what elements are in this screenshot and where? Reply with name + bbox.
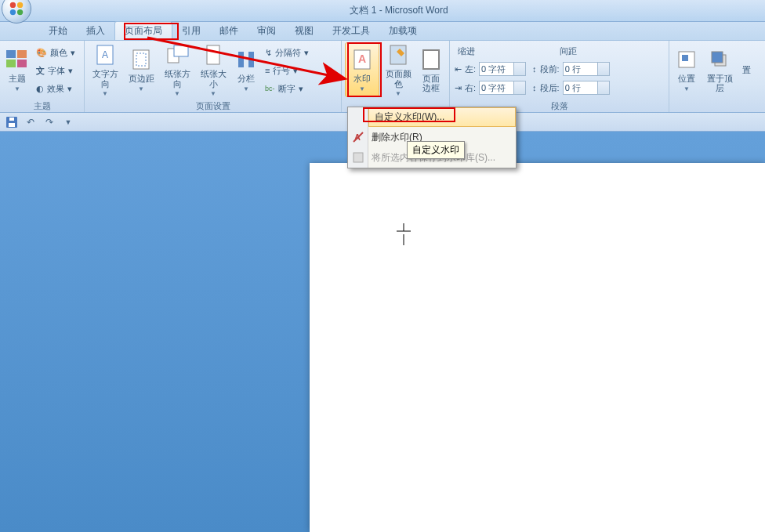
svg-rect-19: [390, 45, 406, 64]
position-button[interactable]: 位置▼: [673, 42, 701, 97]
watermark-button[interactable]: A 水印▼: [345, 42, 379, 97]
group-themes: 主题 ▼ 🎨颜色 ▾ 文字体 ▾ ◐效果 ▾ 主题: [0, 41, 85, 112]
document-page[interactable]: [310, 163, 765, 532]
theme-fonts-button[interactable]: 文字体 ▾: [33, 62, 78, 79]
spacing-header: 间距: [557, 44, 580, 59]
hyphenation-button[interactable]: bc-断字 ▾: [262, 80, 312, 97]
breaks-button[interactable]: ↯分隔符 ▾: [262, 44, 312, 61]
svg-rect-14: [207, 45, 219, 64]
orientation-icon: [165, 42, 190, 67]
svg-rect-26: [9, 123, 15, 127]
indent-header: 缩进: [455, 44, 478, 59]
svg-rect-7: [17, 60, 27, 67]
tab-devtools[interactable]: 开发工具: [323, 22, 379, 40]
palette-icon: 🎨: [36, 48, 47, 58]
svg-point-1: [17, 2, 23, 7]
linenumbers-icon: ≡: [265, 66, 270, 75]
page-borders-button[interactable]: 页面 边框: [417, 42, 445, 97]
group-arrange: 位置▼ 置于顶层 置: [669, 41, 765, 112]
dropdown-arrow-icon: ▼: [14, 85, 20, 92]
custom-watermark-item[interactable]: 自定义水印(W)...: [368, 107, 516, 127]
tab-view[interactable]: 视图: [285, 22, 323, 40]
page-borders-icon: [419, 47, 444, 72]
undo-icon[interactable]: ↶: [24, 115, 38, 129]
text-direction-button[interactable]: A 文字方向▼: [88, 42, 122, 97]
svg-rect-24: [712, 52, 723, 63]
spacing-before-input[interactable]: 0 行: [563, 62, 610, 76]
svg-rect-15: [238, 52, 244, 67]
custom-watermark-label: 自定义水印(W)...: [375, 110, 444, 124]
theme-effects-button[interactable]: ◐效果 ▾: [33, 80, 78, 97]
columns-button[interactable]: 分栏▼: [232, 42, 260, 97]
theme-colors-button[interactable]: 🎨颜色 ▾: [33, 44, 78, 61]
redo-icon[interactable]: ↷: [42, 115, 56, 129]
columns-icon: [234, 47, 259, 72]
indent-right-input[interactable]: 0 字符: [479, 81, 526, 95]
svg-point-2: [10, 9, 16, 14]
office-button[interactable]: [2, 0, 31, 24]
spacing-before-icon: ↕: [532, 64, 537, 74]
svg-rect-13: [174, 45, 188, 56]
breaks-icon: ↯: [265, 48, 272, 58]
group-page-background: A 水印▼ 页面颜色▼ 页面 边框: [342, 41, 450, 112]
svg-rect-5: [17, 50, 27, 58]
indent-left-icon: ⇤: [455, 64, 462, 74]
tab-insert[interactable]: 插入: [77, 22, 114, 40]
text-direction-icon: A: [92, 42, 118, 67]
orientation-button[interactable]: 纸张方向▼: [160, 42, 194, 97]
qat-customize-icon[interactable]: ▼: [61, 115, 75, 129]
tab-start[interactable]: 开始: [39, 22, 77, 40]
svg-rect-20: [423, 50, 439, 69]
svg-text:A: A: [358, 52, 366, 65]
watermark-icon: A: [350, 47, 375, 72]
themes-button[interactable]: 主题 ▼: [3, 42, 31, 97]
font-icon: 文: [36, 65, 45, 77]
margins-button[interactable]: 页边距▼: [124, 42, 158, 97]
group-themes-label: 主题: [3, 100, 81, 112]
page-color-button[interactable]: 页面颜色▼: [381, 42, 415, 97]
baidu-watermark: Baidu 经验 jingyan.baidu.com: [640, 483, 757, 524]
group-paragraph: 缩进 间距 ⇤左:0 字符 ↕段前:0 行 ⇥右:0 字符 ↕段后:0 行 段落: [450, 41, 669, 112]
text-cursor: [397, 223, 412, 247]
ribbon: 主题 ▼ 🎨颜色 ▾ 文字体 ▾ ◐效果 ▾ 主题 A 文字方向▼ 页边距▼: [0, 41, 765, 113]
spacing-after-input[interactable]: 0 行: [563, 81, 610, 95]
tab-review[interactable]: 审阅: [248, 22, 285, 40]
indent-right-icon: ⇥: [455, 83, 462, 93]
page-color-icon: [386, 42, 411, 67]
svg-text:A: A: [102, 49, 108, 60]
hyphenation-icon: bc-: [265, 85, 275, 92]
line-numbers-button[interactable]: ≡行号 ▾: [262, 62, 312, 79]
group-pagesetup: A 文字方向▼ 页边距▼ 纸张方向▼ 纸张大小▼ 分栏▼ ↯分隔符 ▾ ≡行: [85, 41, 342, 112]
size-icon: [201, 42, 226, 67]
tooltip: 自定义水印: [407, 141, 465, 159]
tab-addins[interactable]: 加载项: [379, 22, 426, 40]
ribbon-tabbar: 开始 插入 页面布局 引用 邮件 审阅 视图 开发工具 加载项: [0, 22, 765, 41]
svg-rect-22: [682, 55, 688, 61]
themes-label: 主题: [9, 74, 26, 83]
window-title: 文档 1 - Microsoft Word: [33, 4, 765, 17]
titlebar: 文档 1 - Microsoft Word: [0, 0, 765, 22]
bring-front-button[interactable]: 置于顶层: [702, 42, 737, 97]
svg-rect-16: [248, 52, 254, 67]
svg-rect-33: [353, 153, 363, 162]
size-button[interactable]: 纸张大小▼: [196, 42, 230, 97]
group-pagesetup-label: 页面设置: [88, 100, 338, 112]
remove-watermark-icon: A: [351, 130, 365, 144]
indent-left-input[interactable]: 0 字符: [479, 62, 526, 76]
tab-mail[interactable]: 邮件: [210, 22, 248, 40]
svg-point-0: [10, 2, 16, 7]
tab-references[interactable]: 引用: [172, 22, 210, 40]
margins-icon: [129, 47, 154, 72]
align-button[interactable]: 置: [738, 42, 754, 97]
save-icon[interactable]: [5, 115, 19, 129]
bring-front-icon: [707, 47, 732, 72]
watermark-dropdown-menu: 自定义水印(W)... A 删除水印(R) 将所选内容保存到水印库(S)...: [347, 107, 517, 168]
svg-rect-6: [6, 60, 16, 67]
effects-icon: ◐: [36, 84, 44, 94]
tab-pagelayout[interactable]: 页面布局: [114, 21, 172, 40]
svg-rect-4: [6, 50, 16, 58]
svg-point-3: [17, 9, 23, 14]
spacing-after-icon: ↕: [532, 83, 537, 92]
themes-icon: [5, 47, 30, 72]
save-watermark-icon: [351, 150, 365, 165]
